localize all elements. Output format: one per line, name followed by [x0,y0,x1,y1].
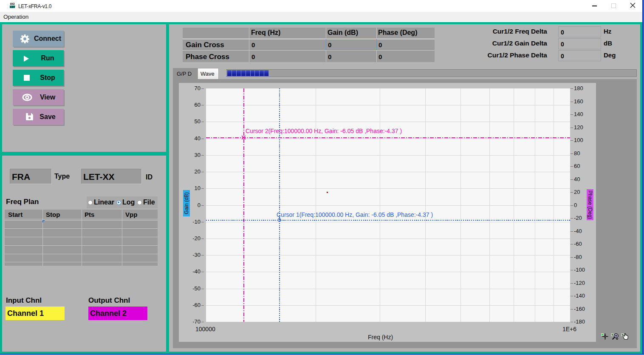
svg-text:LET: LET [10,6,15,9]
